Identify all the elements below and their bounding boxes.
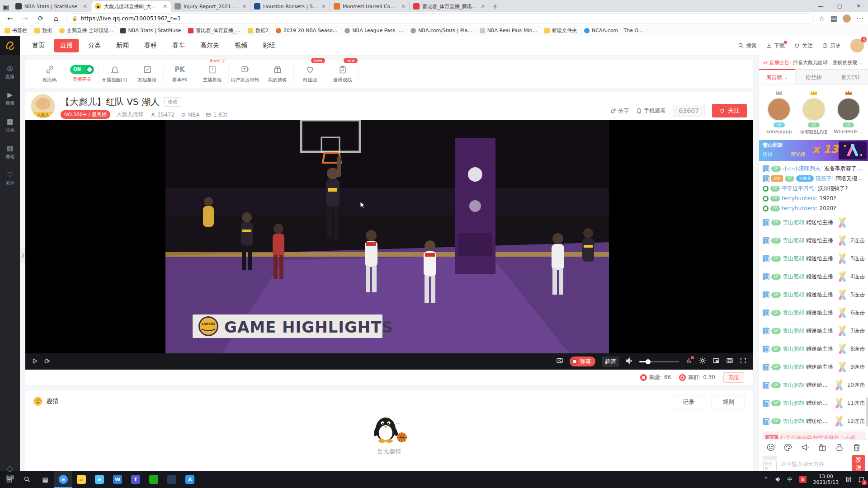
url-text[interactable]: https://live.qq.com/10005196?_r=1 [80, 15, 181, 22]
taskbar-edge-icon[interactable]: e [54, 471, 72, 488]
message-username[interactable]: 雪山肥胡 [783, 381, 804, 389]
taskbar-explorer-icon[interactable]: ▱ [72, 471, 90, 488]
minimize-button[interactable]: — [811, 0, 830, 12]
collections-icon[interactable]: ▤ [830, 14, 837, 23]
rank-entry[interactable]: LVkobejxypp [763, 89, 795, 136]
taskbar-search-icon[interactable] [18, 471, 36, 488]
nav-item-赛程[interactable]: 赛程 [138, 39, 163, 52]
nav-item-彩经[interactable]: 彩经 [257, 39, 281, 52]
browser-tab[interactable]: 晋比赛_体育直播_腾讯体育× [410, 1, 489, 12]
chat-scrollbar[interactable] [866, 398, 868, 427]
video-player[interactable]: LAKERS GAME HIGHLIGHTS ⟳ 弹幕 超清 [25, 120, 753, 370]
site-logo[interactable] [0, 36, 20, 55]
toolbar-赛事PK[interactable]: PK赛事PK [164, 65, 196, 83]
quiz-rules-button[interactable]: 规则 [712, 395, 745, 409]
bookmark-item[interactable]: 数据2 [248, 27, 269, 34]
fullscreen-icon[interactable] [740, 357, 747, 366]
message-username[interactable]: 雪山肥胡 [783, 363, 804, 371]
favorites-star-icon[interactable]: ☆ [819, 14, 825, 23]
header-download[interactable]: 下载 [766, 42, 785, 50]
bookmark-item[interactable]: NBA Real Plus-Min... [480, 28, 537, 33]
palette-icon[interactable] [783, 443, 793, 452]
channel-name[interactable]: 大彪儿侃球 [117, 111, 144, 118]
toolbar-推流码[interactable]: 推流码 [33, 65, 66, 83]
send-button[interactable]: 发送 [852, 455, 865, 471]
bookmark-item[interactable]: 企鹅直播-全球顶级... [59, 27, 113, 34]
danmaku-toggle[interactable]: 弹幕 [570, 357, 595, 366]
tab-close-icon[interactable]: × [163, 3, 167, 9]
sidebar-tab-周贡献[interactable]: 周贡献⌄ [759, 69, 795, 84]
close-button[interactable]: ✕ [849, 0, 868, 12]
message-username[interactable]: 雪山肥胡 [783, 255, 804, 262]
bookmark-item[interactable]: NCAA.com – The O... [584, 28, 643, 33]
message-username[interactable]: 雪山肥胡 [783, 418, 804, 425]
tray-pen-icon[interactable] [842, 471, 855, 488]
emoji-icon[interactable] [766, 443, 775, 452]
header-search[interactable]: 搜索 [738, 42, 757, 50]
horn-icon[interactable] [801, 443, 810, 452]
home-icon[interactable]: ⌂ [51, 14, 61, 23]
taskbar-app-6-icon[interactable]: A [181, 471, 199, 488]
rank-entry[interactable]: LV企鹅BBLIVE [797, 89, 830, 136]
live-switch-toggle[interactable]: ON [70, 65, 94, 74]
chat-message-list[interactable]: LV小小小湛咪列夫:准备季后赛了老鱼还不打房管LV大彪儿玩筷子:阿塔又报销啦LV… [759, 163, 868, 439]
settings-gear-icon[interactable] [699, 357, 706, 366]
new-tab-button[interactable]: + [489, 1, 501, 12]
nav-item-新闻[interactable]: 新闻 [110, 39, 135, 52]
share-button[interactable]: 分享 [610, 107, 629, 115]
back-icon[interactable]: ← [5, 14, 15, 23]
rail-item-直播[interactable]: ◎直播 [5, 65, 14, 80]
rail-item-赛程[interactable]: ▥赛程 [5, 145, 14, 160]
nav-item-首页[interactable]: 首页 [26, 39, 51, 52]
recharge-button[interactable]: 充值 [723, 372, 744, 383]
bookmark-item[interactable]: 新建文件夹 [544, 27, 577, 34]
message-username[interactable]: 平常近手习气: [782, 185, 816, 192]
tray-sogou-icon[interactable]: S [796, 471, 810, 488]
message-username[interactable]: 雪山肥胡 [783, 219, 804, 226]
tray-clock[interactable]: 13:00 2021/5/13 [810, 474, 842, 485]
tab-close-icon[interactable]: × [321, 3, 326, 9]
danmaku-edit-icon[interactable] [556, 357, 563, 366]
quiz-record-button[interactable]: 记录 [672, 395, 705, 409]
quality-selector[interactable]: 超清 [602, 357, 619, 367]
sidebar-tab-粉丝榜[interactable]: 粉丝榜 [795, 69, 832, 84]
browser-tab[interactable]: Montrezl Harrell Contract, Salar...× [330, 1, 410, 12]
volume-muted-icon[interactable] [625, 357, 633, 366]
nav-item-视频[interactable]: 视频 [229, 39, 253, 52]
taskbar-task-view-icon[interactable]: ▤ [36, 471, 54, 488]
rail-bottom-客服[interactable]: ◌客服 [0, 465, 20, 481]
header-history[interactable]: 历史 [822, 42, 841, 50]
tab-actions-icon[interactable]: ▣ [0, 2, 12, 12]
taskbar-app-5-icon[interactable] [163, 471, 181, 488]
toolbar-主播教程[interactable]: 主播教程level 2 [196, 65, 229, 83]
bookmark-item[interactable]: 数据 [34, 27, 52, 34]
browser-tab[interactable]: Houston Rockets | Stats | NBA.c...× [250, 1, 330, 12]
rail-item-视频[interactable]: ▶视频 [5, 92, 14, 107]
lock-icon[interactable] [835, 443, 844, 452]
taskbar-app-2-icon[interactable]: W [108, 471, 127, 488]
follow-button[interactable]: 关注 [712, 104, 747, 117]
chat-input[interactable] [780, 456, 849, 471]
toolbar-我的抽奖[interactable]: 我的抽奖 [261, 65, 294, 83]
tray-volume-icon[interactable] [772, 471, 784, 488]
mobile-view-button[interactable]: 手机观看 [636, 107, 665, 115]
message-username[interactable]: 雪山肥胡 [783, 327, 804, 334]
forward-icon[interactable]: → [20, 14, 31, 23]
tab-close-icon[interactable]: × [401, 3, 406, 9]
nav-item-赛车[interactable]: 赛车 [166, 39, 191, 52]
rank-badge[interactable]: NO.500+ / 星秀榜 [61, 110, 110, 119]
browser-menu-icon[interactable]: ⋯ [856, 14, 863, 23]
tab-close-icon[interactable]: × [481, 3, 485, 9]
toolbar-直播开关[interactable]: ON直播开关 [66, 65, 99, 83]
url-field[interactable]: 🔒 https://live.qq.com/10005196?_r=1 [66, 13, 814, 24]
tab-close-icon[interactable]: × [83, 3, 87, 9]
rank-entry[interactable]: LVWhisPerIE... [832, 89, 865, 136]
message-username[interactable]: terryhunterx: [782, 195, 818, 202]
message-username[interactable]: 玩筷子: [816, 175, 834, 182]
fan-badge-selector[interactable]: 粉丝团 [763, 456, 777, 471]
volume-slider[interactable] [639, 361, 679, 362]
refresh-icon[interactable]: ⟳ [35, 14, 46, 23]
message-username[interactable]: 雪山肥胡 [783, 345, 804, 352]
bookmark-item[interactable]: 晋比赛_体育直播_... [188, 27, 241, 34]
rail-item-分类[interactable]: ▦分类 [5, 118, 14, 133]
